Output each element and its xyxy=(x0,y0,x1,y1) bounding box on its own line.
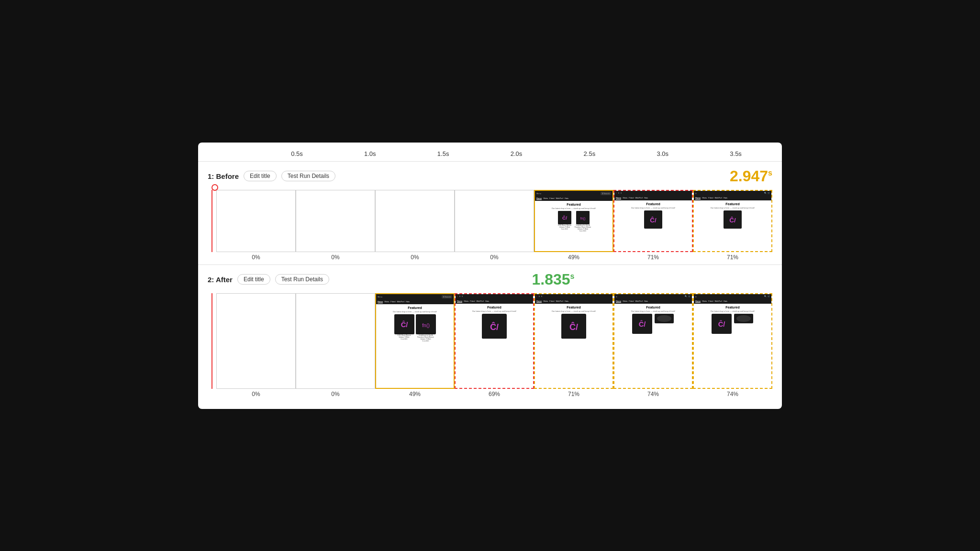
before-edit-title-button[interactable]: Edit title xyxy=(244,171,277,181)
mark-0: 0.5s xyxy=(260,150,334,157)
after-title: 2: After xyxy=(208,276,233,284)
tshirt-icon-a4: Ĉ/ xyxy=(561,314,586,339)
after-metric: 1.835s xyxy=(532,271,575,288)
after-time-number: 1.835 xyxy=(532,271,570,288)
after-nav-6: ≡ 🔍 🛒 xyxy=(694,294,771,299)
after-nav-5: ≡ 🔍 🛒 xyxy=(614,294,692,299)
after-redline xyxy=(208,293,216,397)
after-label-4: 71% xyxy=(568,391,579,397)
hat-icon-6b xyxy=(734,314,754,323)
timeline-indicator xyxy=(212,184,218,191)
svg-text:fn(): fn() xyxy=(580,217,586,220)
after-frame-3: ! S II Home Shirts Fitted WebPerf xyxy=(455,293,534,397)
main-container: 0.5s 1.0s 1.5s 2.0s 2.5s 3.0s 3.5s 1: Be… xyxy=(198,143,782,409)
before-browser-5: ! S II Home Shirts Fitted WebPerf xyxy=(614,191,692,251)
svg-point-23 xyxy=(736,315,751,322)
after-frame-box-6: ≡ 🔍 🛒 Home Shirts Fitted WebPer xyxy=(693,293,772,389)
before-label-6: 71% xyxy=(727,254,738,261)
before-label-1: 0% xyxy=(331,254,339,261)
after-frame-box-5: ≡ 🔍 🛒 Home Shirts Fitted WebPer xyxy=(613,293,693,389)
before-blank-1 xyxy=(296,190,375,252)
tshirt-icon-a2: Ĉ/ xyxy=(394,314,414,334)
before-time-number: 2.947 xyxy=(730,167,768,185)
after-browser-6: ≡ 🔍 🛒 Home Shirts Fitted WebPer xyxy=(694,294,771,388)
before-frame-0: 0% xyxy=(216,190,296,261)
after-frame-0: 0% xyxy=(216,293,296,397)
svg-text:Ĉ/: Ĉ/ xyxy=(639,320,646,328)
tshirt-icon-4b: fn() xyxy=(576,211,590,224)
hat-icon-5b xyxy=(654,314,674,323)
mark-6: 3.5s xyxy=(699,150,772,157)
before-header: 1: Before Edit title Test Run Details 2.… xyxy=(208,167,772,185)
after-test-run-button[interactable]: Test Run Details xyxy=(275,274,329,285)
svg-text:Ĉ/: Ĉ/ xyxy=(650,216,657,223)
after-edit-title-button[interactable]: Edit title xyxy=(237,274,270,285)
before-frame-box-1 xyxy=(296,190,375,252)
after-frame-box-3: ! S II Home Shirts Fitted WebPerf xyxy=(455,293,534,389)
before-filmstrip: 0% 0% 0% 0% xyxy=(208,190,772,261)
before-frame-1: 0% xyxy=(296,190,375,261)
after-browser-3: ! S II Home Shirts Fitted WebPerf xyxy=(456,294,533,388)
after-header: 2: After Edit title Test Run Details 1.8… xyxy=(208,271,772,288)
mark-1: 1.0s xyxy=(334,150,407,157)
tshirt-icon-4a: Ĉ/ xyxy=(558,211,571,224)
svg-text:Ĉ/: Ĉ/ xyxy=(490,321,499,331)
before-redline xyxy=(208,190,216,261)
tshirt-icon-3: Ĉ/ xyxy=(482,314,507,339)
svg-text:Ĉ/: Ĉ/ xyxy=(729,216,736,223)
svg-text:fn(): fn() xyxy=(422,322,430,328)
before-browser-6: ≡ 🔍 🛒 Home Shirts Fitted xyxy=(694,191,771,251)
before-metric: 2.947s xyxy=(730,167,772,185)
after-browser-2: Menu $ Search Home Shirts Fitted WebPerf… xyxy=(376,294,454,388)
timeline-header: 0.5s 1.0s 1.5s 2.0s 2.5s 3.0s 3.5s xyxy=(198,150,782,162)
before-title: 1: Before xyxy=(208,172,239,180)
after-label-2: 49% xyxy=(409,391,421,397)
before-frame-box-5: ! S II Home Shirts Fitted WebPerf xyxy=(613,190,693,252)
before-nav-4: Menu $ Search xyxy=(535,191,612,196)
after-browser-5: ≡ 🔍 🛒 Home Shirts Fitted WebPer xyxy=(614,294,692,388)
before-frame-box-2 xyxy=(375,190,455,252)
after-nav-2: Menu $ Search xyxy=(376,294,454,299)
before-test-run-button[interactable]: Test Run Details xyxy=(281,171,335,181)
before-frame-box-0 xyxy=(216,190,296,252)
before-frame-3: 0% xyxy=(455,190,534,261)
timeline-marks: 0.5s 1.0s 1.5s 2.0s 2.5s 3.0s 3.5s xyxy=(260,150,772,157)
tshirt-icon-b2: fn() xyxy=(416,314,436,334)
after-redbar xyxy=(212,293,212,389)
after-frame-6: ≡ 🔍 🛒 Home Shirts Fitted WebPer xyxy=(693,293,772,397)
before-redbar xyxy=(212,190,212,252)
after-time-unit: s xyxy=(570,272,575,280)
before-frame-box-4: Menu $ Search Home Shirts Fitted WebPerf… xyxy=(534,190,613,252)
after-label-6: 74% xyxy=(727,391,738,397)
tshirt-icon-6: Ĉ/ xyxy=(724,210,742,229)
mark-2: 1.5s xyxy=(407,150,480,157)
before-nav-6: ≡ 🔍 🛒 xyxy=(694,191,771,196)
before-frame-4: Menu $ Search Home Shirts Fitted WebPerf… xyxy=(534,190,613,261)
after-blank-1 xyxy=(296,294,375,388)
before-blank-2 xyxy=(376,190,454,252)
after-frame-box-4: ! S II Home Shirts Fitted WebPerf xyxy=(534,293,613,389)
tshirt-icon-6a: Ĉ/ xyxy=(712,314,732,334)
before-frame-5: ! S II Home Shirts Fitted WebPerf xyxy=(613,190,693,261)
after-frame-box-1 xyxy=(296,293,375,389)
svg-text:Ĉ/: Ĉ/ xyxy=(562,215,567,220)
mark-5: 3.0s xyxy=(626,150,699,157)
before-section: 1: Before Edit title Test Run Details 2.… xyxy=(198,162,782,265)
after-label-0: 0% xyxy=(252,391,260,397)
before-frame-box-6: ≡ 🔍 🛒 Home Shirts Fitted xyxy=(693,190,772,252)
before-blank-0 xyxy=(217,190,295,252)
before-browser-4: Menu $ Search Home Shirts Fitted WebPerf… xyxy=(535,191,612,251)
after-label-3: 69% xyxy=(489,391,500,397)
mark-3: 2.0s xyxy=(480,150,553,157)
before-label-0: 0% xyxy=(252,254,260,261)
after-browser-4: ! S II Home Shirts Fitted WebPerf xyxy=(535,294,612,388)
mark-4: 2.5s xyxy=(553,150,626,157)
after-blank-0 xyxy=(217,294,295,388)
after-frame-4: ! S II Home Shirts Fitted WebPerf xyxy=(534,293,613,397)
after-section: 2: After Edit title Test Run Details 1.8… xyxy=(198,265,782,401)
after-filmstrip: 0% 0% Menu $ Search xyxy=(208,293,772,397)
after-frame-box-2: Menu $ Search Home Shirts Fitted WebPerf… xyxy=(375,293,455,389)
after-label-1: 0% xyxy=(331,391,339,397)
svg-text:Ĉ/: Ĉ/ xyxy=(401,320,408,329)
before-nav-5: ! S II xyxy=(614,191,692,196)
